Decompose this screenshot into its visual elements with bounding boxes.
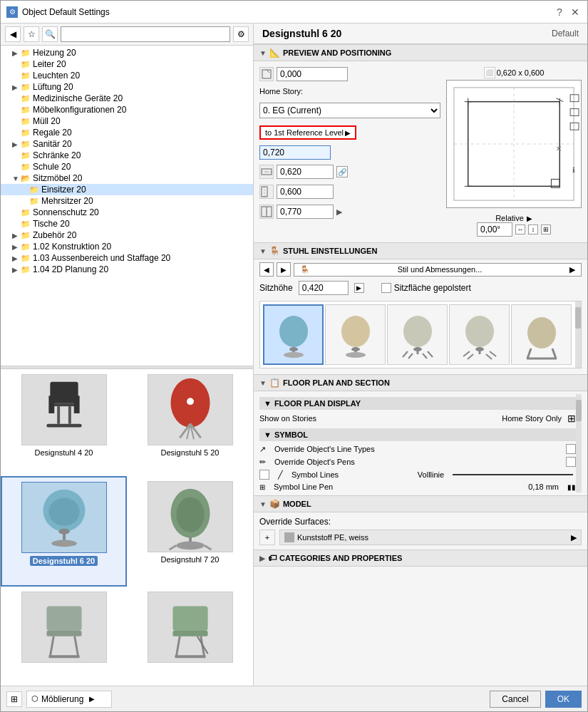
layer-selector[interactable]: ⬡ Möblierung ▶ [26,691,112,708]
thumb-label-stuhl7: Designstuhl 7 20 [161,555,220,564]
add-surface-btn[interactable]: + [259,530,275,545]
symbol-line-pen-indicator: ▮▮ [567,483,576,491]
model-section: ▼ 📦 MODEL Override Surfaces: + Kunststof… [254,495,587,550]
symbol-line-pen-value: 0,18 mm [528,483,559,491]
symbol-lines-checkbox[interactable] [259,470,269,480]
floor-scrollbar[interactable] [576,394,582,492]
svg-line-79 [490,351,496,356]
tree-item-muell[interactable]: 📁 Müll 20 [1,115,253,127]
angle-input[interactable] [477,222,512,237]
nav-back-button[interactable]: ◀ [5,26,21,42]
tree-item-lueftung[interactable]: ▶ 📁 Lüftung 20 [1,81,253,93]
z-value-input[interactable] [277,67,348,81]
depth-row [259,185,440,199]
tree-item-schule[interactable]: 📁 Schule 20 [1,161,253,172]
tree-item-planung[interactable]: ▶ 📁 1.04 2D Planung 20 [1,264,253,275]
depth-input[interactable] [277,185,334,199]
svg-line-74 [423,354,427,358]
thumbnail-stuhl5[interactable]: Designstuhl 5 20 [127,369,253,477]
sitzhoehe-arrow-btn[interactable]: ▶ [354,283,364,293]
override-pens-checkbox[interactable] [566,457,576,467]
tree-item-regale[interactable]: 📁 Regale 20 [1,127,253,138]
mirror-x-btn[interactable]: ↔ [515,225,525,234]
search-toggle-button[interactable]: 🔍 [42,26,58,42]
tree-item-einsitzer[interactable]: 📁 Einsitzer 20 [1,184,253,195]
chair-variant-3[interactable] [387,304,448,365]
home-story-row: Home Story: [259,87,440,96]
thumbnail-stuhl6[interactable]: Designstuhl 6 20 [1,476,127,587]
ref-level-button[interactable]: to 1st Reference Level ▶ [259,125,356,140]
close-button[interactable]: ✕ [569,6,582,19]
chair-variant-2[interactable] [325,304,386,365]
surface-selector[interactable]: Kunststoff PE, weiss ▶ [279,530,582,545]
thumbnail-stuhl8[interactable] [1,587,127,686]
home-story-select-row: 0. EG (Current) [259,103,440,118]
thumbnail-stuhl7[interactable]: Designstuhl 7 20 [127,476,253,587]
floor-display-header[interactable]: ▼ FLOOR PLAN DISPLAY [259,397,576,410]
ok-button[interactable]: OK [545,691,582,708]
thumbnail-stuhl9[interactable] [127,587,253,686]
tree-item-sonnenschutz[interactable]: 📁 Sonnenschutz 20 [1,207,253,218]
symbol-lines-value: Volllinie [418,470,444,479]
floor-display-arrow: ▼ [264,399,272,408]
tree-item-medizinische[interactable]: 📁 Medizinische Geräte 20 [1,93,253,104]
ref-level-input[interactable] [259,145,331,160]
width-row: ↔ 🔗 [259,165,440,179]
style-prev-button[interactable]: ◀ [259,262,274,277]
chair-variant-4[interactable] [449,304,510,365]
preview-section-header[interactable]: ▼ 📐 PREVIEW AND POSITIONING [254,44,587,61]
chair-variant-1[interactable] [263,304,324,365]
preview-content: Home Story: 0. EG (Current) to 1st Refer… [254,61,587,242]
tree-item-sanitaer[interactable]: ▶ 📁 Sanitär 20 [1,138,253,150]
bottom-icon-btn[interactable]: ⊞ [6,691,22,707]
help-button[interactable]: ? [553,6,566,19]
style-icon: 🪑 [300,265,310,274]
svg-point-63 [284,352,304,358]
stuhl-section-header[interactable]: ▼ 🪑 STUHL EINSTELLUNGEN [254,242,587,259]
categories-section-header[interactable]: ▶ 🏷 CATEGORIES AND PROPERTIES [254,550,587,567]
favorites-button[interactable]: ☆ [24,26,39,42]
width-input[interactable] [277,165,334,179]
mirror-z-btn[interactable]: ⊞ [541,225,551,234]
depth-icon [259,185,274,199]
model-section-header[interactable]: ▼ 📦 MODEL [254,495,587,512]
tree-item-konstruktion[interactable]: ▶ 📁 1.02 Konstruktion 20 [1,241,253,252]
cancel-button[interactable]: Cancel [490,691,540,708]
polster-checkbox[interactable] [381,283,391,293]
tree-item-aussenbereich[interactable]: ▶ 📁 1.03 Aussenbereich und Staffage 20 [1,252,253,264]
svg-rect-58 [570,123,579,130]
symbol-line-pen-label: Symbol Line Pen [274,483,522,491]
tree-item-tische[interactable]: 📁 Tische 20 [1,218,253,229]
floor-content: ▼ FLOOR PLAN DISPLAY Show on Stories Hom… [254,391,587,495]
tree-item-zubehoer[interactable]: ▶ 📁 Zubehör 20 [1,229,253,241]
main-content: ◀ ☆ 🔍 ⚙ ▶ 📁 Heizung 20 📁 Leiter [1,24,587,686]
thumbnail-stuhl4[interactable]: Designstuhl 4 20 [1,369,127,477]
tree-item-leuchten[interactable]: 📁 Leuchten 20 [1,70,253,81]
style-next-button[interactable]: ▶ [277,262,291,277]
symbol-header[interactable]: ▼ SYMBOL [259,428,576,441]
mirror-y-btn[interactable]: ↕ [528,225,538,234]
settings-button[interactable]: ⚙ [233,26,249,42]
tree-item-moebel[interactable]: 📁 Möbelkonfigurationen 20 [1,104,253,115]
chair-variant-5[interactable] [511,304,572,365]
scrollbar-vertical[interactable] [575,301,581,368]
title-bar: ⚙ Object Default Settings ? ✕ [1,1,587,24]
link-button[interactable]: 🔗 [336,166,348,177]
tree-item-heizung[interactable]: ▶ 📁 Heizung 20 [1,47,253,58]
preview-view-btn[interactable]: ⬜ [484,67,495,78]
tree-item-sitzmoebel[interactable]: ▼ 📂 Sitzmöbel 20 [1,172,253,184]
height-input[interactable] [277,205,334,219]
tree-item-mehrsitzer[interactable]: 📁 Mehrsitzer 20 [1,195,253,207]
search-input[interactable] [61,26,230,42]
stuhl-collapse-arrow: ▼ [259,247,267,255]
sitzhoehe-input[interactable] [299,281,349,295]
left-panel: ◀ ☆ 🔍 ⚙ ▶ 📁 Heizung 20 📁 Leiter [1,24,254,686]
preview-controls: ⬜ 0,620 x 0,600 [484,67,545,78]
floor-section-header[interactable]: ▼ 📋 FLOOR PLAN AND SECTION [254,374,587,391]
override-line-types-checkbox[interactable] [566,444,576,454]
tree-item-schraenke[interactable]: 📁 Schränke 20 [1,150,253,161]
tree-item-leiter[interactable]: 📁 Leiter 20 [1,58,253,70]
home-story-select[interactable]: 0. EG (Current) [259,103,440,118]
style-dropdown[interactable]: 🪑 Stil und Abmessungen... ▶ [294,263,582,277]
chair-variants-area [259,301,582,368]
